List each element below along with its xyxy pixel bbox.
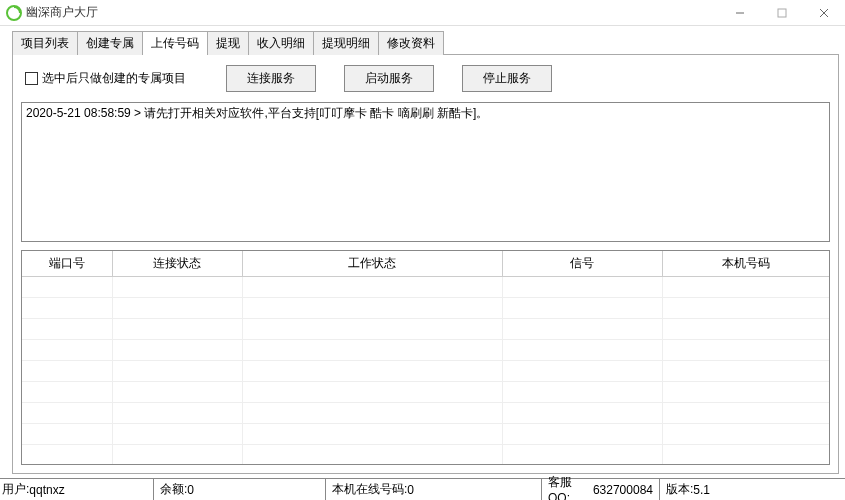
table-row — [22, 298, 829, 319]
tab-create-exclusive[interactable]: 创建专属 — [78, 31, 143, 55]
status-version-label: 版本: — [666, 481, 693, 498]
start-service-button[interactable]: 启动服务 — [344, 65, 434, 92]
table-row — [22, 445, 829, 466]
tab-upload-number[interactable]: 上传号码 — [143, 31, 208, 55]
table-row — [22, 340, 829, 361]
table-header-row: 端口号 连接状态 工作状态 信号 本机号码 — [22, 251, 829, 277]
status-bar: 用户:qqtnxz 余额:0 本机在线号码:0 客服QQ:632700084 版… — [0, 478, 845, 500]
status-service: 客服QQ:632700084 — [542, 479, 660, 500]
status-user-label: 用户: — [2, 481, 29, 498]
table-row — [22, 403, 829, 424]
checkbox-icon — [25, 72, 38, 85]
tab-bar: 项目列表 创建专属 上传号码 提现 收入明细 提现明细 修改资料 — [12, 30, 839, 54]
tab-panel: 选中后只做创建的专属项目 连接服务 启动服务 停止服务 2020-5-21 08… — [12, 54, 839, 474]
status-version: 版本:5.1 — [660, 479, 845, 500]
status-user: 用户:qqtnxz — [0, 479, 154, 500]
table-row — [22, 382, 829, 403]
tab-income-detail[interactable]: 收入明细 — [249, 31, 314, 55]
log-line: 2020-5-21 08:58:59 > 请先打开相关对应软件,平台支持[叮叮摩… — [26, 106, 488, 120]
table-row — [22, 319, 829, 340]
connect-service-button[interactable]: 连接服务 — [226, 65, 316, 92]
titlebar: 幽深商户大厅 — [0, 0, 845, 26]
tab-project-list[interactable]: 项目列表 — [12, 31, 78, 55]
col-local-number[interactable]: 本机号码 — [662, 251, 829, 277]
exclusive-checkbox-wrap[interactable]: 选中后只做创建的专属项目 — [25, 70, 186, 87]
tab-withdraw-detail[interactable]: 提现明细 — [314, 31, 379, 55]
col-signal[interactable]: 信号 — [502, 251, 662, 277]
maximize-button[interactable] — [761, 0, 803, 26]
tab-withdraw[interactable]: 提现 — [208, 31, 249, 55]
svg-rect-2 — [778, 9, 786, 17]
status-version-value: 5.1 — [693, 483, 710, 497]
status-online: 本机在线号码:0 — [326, 479, 542, 500]
status-online-label: 本机在线号码: — [332, 481, 407, 498]
log-textarea[interactable]: 2020-5-21 08:58:59 > 请先打开相关对应软件,平台支持[叮叮摩… — [21, 102, 830, 242]
close-button[interactable] — [803, 0, 845, 26]
tab-edit-profile[interactable]: 修改资料 — [379, 31, 444, 55]
toolbar-row: 选中后只做创建的专属项目 连接服务 启动服务 停止服务 — [21, 65, 830, 92]
status-user-value: qqtnxz — [29, 483, 64, 497]
table-row — [22, 277, 829, 298]
minimize-button[interactable] — [719, 0, 761, 26]
status-balance-value: 0 — [187, 483, 194, 497]
col-port[interactable]: 端口号 — [22, 251, 112, 277]
status-service-value: 632700084 — [593, 483, 653, 497]
status-service-label: 客服QQ: — [548, 474, 593, 500]
status-online-value: 0 — [407, 483, 414, 497]
stop-service-button[interactable]: 停止服务 — [462, 65, 552, 92]
window-title: 幽深商户大厅 — [26, 4, 98, 21]
col-work-status[interactable]: 工作状态 — [242, 251, 502, 277]
exclusive-checkbox-label: 选中后只做创建的专属项目 — [42, 70, 186, 87]
number-table: 端口号 连接状态 工作状态 信号 本机号码 — [21, 250, 830, 465]
app-icon — [6, 5, 22, 21]
table-row — [22, 361, 829, 382]
status-balance: 余额:0 — [154, 479, 326, 500]
table-row — [22, 424, 829, 445]
col-conn-status[interactable]: 连接状态 — [112, 251, 242, 277]
status-balance-label: 余额: — [160, 481, 187, 498]
